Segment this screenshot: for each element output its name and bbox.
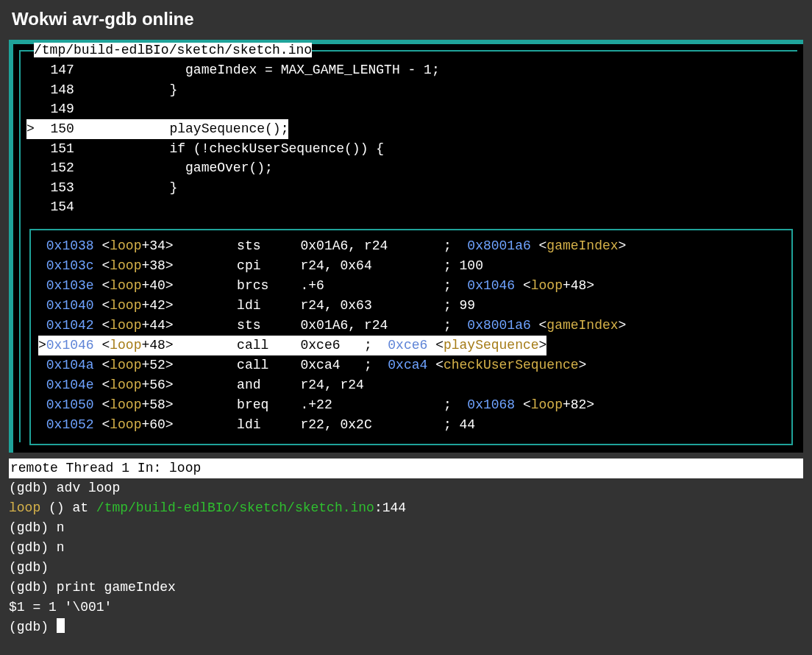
asm-line: 0x103c <loop+38> cpi r24, 0x64 ; 100 bbox=[38, 256, 784, 276]
asm-line: 0x1052 <loop+60> ldi r22, 0x2C ; 44 bbox=[38, 415, 784, 435]
console-line: (gdb) print gameIndex bbox=[9, 578, 803, 598]
source-line: 154 bbox=[26, 197, 797, 217]
tui-container: /tmp/build-edlBIo/sketch/sketch.ino 147 … bbox=[9, 40, 803, 453]
console-line: (gdb) bbox=[9, 558, 803, 578]
source-line: 153 } bbox=[26, 178, 797, 198]
console-line: loop () at /tmp/build-edlBIo/sketch/sket… bbox=[9, 498, 803, 518]
source-pane[interactable]: 147 gameIndex = MAX_GAME_LENGTH - 1; 148… bbox=[13, 52, 803, 223]
source-line: 152 gameOver(); bbox=[26, 158, 797, 178]
gdb-console[interactable]: remote Thread 1 In: loop (gdb) adv loopl… bbox=[9, 458, 803, 637]
asm-line: 0x1050 <loop+58> breq .+22 ; 0x1068 <loo… bbox=[38, 395, 784, 415]
asm-line: 0x104a <loop+52> call 0xca4 ; 0xca4 <che… bbox=[38, 355, 784, 375]
source-line: 151 if (!checkUserSequence()) { bbox=[26, 139, 797, 159]
asm-line: 0x103e <loop+40> brcs .+6 ; 0x1046 <loop… bbox=[38, 276, 784, 296]
source-line: > 150 playSequence(); bbox=[26, 119, 288, 139]
console-line: (gdb) adv loop bbox=[9, 478, 803, 498]
source-line: 147 gameIndex = MAX_GAME_LENGTH - 1; bbox=[26, 60, 797, 80]
asm-line: 0x104e <loop+56> and r24, r24 bbox=[38, 375, 784, 395]
source-line: 148 } bbox=[26, 80, 797, 100]
source-line: 149 bbox=[26, 99, 797, 119]
source-path-label: /tmp/build-edlBIo/sketch/sketch.ino bbox=[34, 43, 312, 57]
status-line: remote Thread 1 In: loop bbox=[9, 458, 803, 478]
asm-line: 0x1042 <loop+44> sts 0x01A6, r24 ; 0x800… bbox=[38, 316, 784, 336]
console-line: (gdb) bbox=[9, 617, 803, 637]
console-line: $1 = 1 '\001' bbox=[9, 598, 803, 617]
asm-line: >0x1046 <loop+48> call 0xce6 ; 0xce6 <pl… bbox=[38, 336, 546, 355]
console-line: (gdb) n bbox=[9, 538, 803, 558]
cursor bbox=[57, 618, 65, 633]
console-line: (gdb) n bbox=[9, 518, 803, 538]
asm-line: 0x1040 <loop+42> ldi r24, 0x63 ; 99 bbox=[38, 296, 784, 316]
source-asm-frame: /tmp/build-edlBIo/sketch/sketch.ino 147 … bbox=[9, 40, 803, 453]
assembly-pane[interactable]: 0x1038 <loop+34> sts 0x01A6, r24 ; 0x800… bbox=[29, 229, 793, 445]
asm-line: 0x1038 <loop+34> sts 0x01A6, r24 ; 0x800… bbox=[38, 236, 784, 256]
page-title: Wokwi avr-gdb online bbox=[0, 0, 812, 40]
